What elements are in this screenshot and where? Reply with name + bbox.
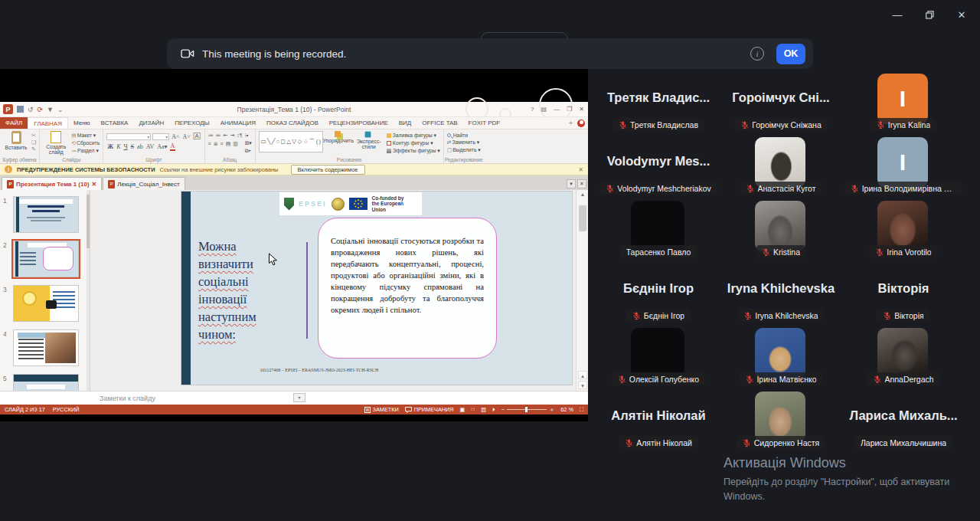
participant-tile[interactable]: Алятін НіколайАлятін Ніколай: [597, 388, 720, 452]
ribbon-tab-вид[interactable]: ВИД: [394, 117, 417, 129]
reading-view-button[interactable]: ▤: [481, 406, 486, 413]
current-slide[interactable]: EPSEI Co-funded by the European Union Мо…: [181, 192, 572, 385]
slide-title-text[interactable]: Можнавизначитисоціальніінноваціїнаступни…: [198, 238, 299, 343]
normal-view-button[interactable]: ▣: [460, 406, 466, 413]
shapes-gallery[interactable]: ▭╲╱○◻△ ▽◇☆⌒(): [259, 131, 323, 152]
participant-tile[interactable]: IIryna Kalina: [842, 70, 965, 134]
enable-content-button[interactable]: Включить содержимое: [291, 165, 365, 175]
participant-tile[interactable]: IІрина Володимирівна Лу...: [842, 134, 965, 198]
paste-button[interactable]: Вставить: [3, 131, 29, 156]
help-icon[interactable]: ?: [531, 106, 534, 113]
font-size-select[interactable]: ▾: [152, 133, 169, 140]
shape-fill-button[interactable]: Заливка фигуры ▾: [387, 133, 440, 139]
slide-thumbnail-1[interactable]: [13, 196, 79, 233]
close-button[interactable]: ✕: [951, 6, 972, 23]
notes-splitter-button[interactable]: ▾: [293, 393, 305, 402]
participant-tile[interactable]: Iryna KhilchevskaIryna Khilchevska: [720, 261, 842, 325]
slide-thumbnail-5[interactable]: [13, 374, 79, 391]
slide-thumbnail-row[interactable]: 2: [3, 241, 88, 277]
ppt-minimize-icon[interactable]: —: [554, 106, 560, 113]
participant-tile[interactable]: Бєднін ІгорБєднін Ігор: [597, 261, 720, 325]
decrease-indent-icon[interactable]: ⇤: [224, 133, 228, 139]
security-bar-close-icon[interactable]: ✕: [578, 166, 583, 173]
slide-thumbnail-row[interactable]: 1: [3, 196, 88, 233]
participant-tile[interactable]: Гороімчук Сні...Гороімчук Сніжана: [720, 70, 842, 134]
participant-tile[interactable]: Тарасенко Павло: [597, 198, 720, 261]
slide-text-box[interactable]: Соціальні інновації стосуються розробки …: [318, 218, 497, 359]
slide-thumbnail-2[interactable]: [13, 241, 79, 277]
document-tab[interactable]: PПрезентация Тема 1 (10)✕: [2, 177, 102, 190]
slide-thumbnail-row[interactable]: 4: [3, 329, 88, 366]
text-direction-icon[interactable]: ⫶▾: [245, 133, 252, 139]
notes-pane[interactable]: Заметки к слайду ▾: [0, 391, 588, 405]
italic-icon[interactable]: К: [116, 143, 121, 150]
format-painter-icon[interactable]: ✎: [31, 146, 36, 152]
slide-canvas[interactable]: EPSEI Co-funded by the European Union Мо…: [90, 190, 576, 391]
shape-effects-button[interactable]: Эффекты фигуры ▾: [387, 148, 440, 154]
font-color-icon[interactable]: А: [170, 143, 176, 151]
underline-icon[interactable]: Ч: [122, 143, 128, 150]
language-indicator[interactable]: РУССКИЙ: [53, 406, 80, 413]
grow-font-icon[interactable]: A˄: [171, 133, 180, 140]
restore-button[interactable]: [919, 6, 940, 23]
ribbon-tab-главная[interactable]: ГЛАВНАЯ: [28, 117, 68, 129]
strikethrough-icon[interactable]: S: [130, 143, 135, 150]
new-slide-button[interactable]: Создать слайд: [43, 131, 69, 156]
participant-tile[interactable]: Ірина Матвієнко: [720, 325, 842, 388]
columns-icon[interactable]: ▥: [233, 141, 238, 147]
participant-tile[interactable]: ВікторіяВікторія: [842, 261, 965, 325]
document-tab[interactable]: PЛекція_Соціал_Інвест: [103, 177, 185, 190]
ribbon-tab-показ-слайдов[interactable]: ПОКАЗ СЛАЙДОВ: [261, 117, 324, 129]
zoom-slider-thumb[interactable]: [525, 407, 528, 412]
zoom-out-icon[interactable]: −: [501, 406, 505, 413]
copy-icon[interactable]: ❏: [31, 139, 36, 145]
ribbon-tab-foxit-pdf[interactable]: FOXIT PDF: [463, 117, 506, 129]
arrange-button[interactable]: Упорядочить: [325, 131, 351, 156]
ribbon-tab-меню[interactable]: Меню: [68, 117, 96, 129]
replace-button[interactable]: ⇄Заменить ▾: [447, 139, 481, 146]
slide-sorter-button[interactable]: ∷: [471, 406, 475, 413]
numbering-icon[interactable]: ≕: [216, 133, 221, 139]
tab-close-icon[interactable]: ✕: [577, 179, 586, 188]
find-button[interactable]: Найти: [447, 133, 481, 138]
zoom-percent[interactable]: 62 %: [560, 406, 573, 413]
notes-toggle[interactable]: ЗАМЕТКИ: [364, 406, 399, 413]
align-left-icon[interactable]: ≡: [208, 141, 211, 147]
change-case-icon[interactable]: Aa▾: [156, 143, 168, 150]
shape-outline-button[interactable]: Контур фигуры ▾: [387, 140, 440, 146]
align-right-icon[interactable]: ≡: [220, 141, 224, 147]
increase-indent-icon[interactable]: ⇥: [230, 133, 234, 139]
scrollbar-thumb[interactable]: [579, 205, 586, 231]
previous-slide-button[interactable]: ▲: [578, 371, 587, 379]
comments-toggle[interactable]: ПРИМЕЧАНИЯ: [405, 406, 454, 413]
char-spacing-icon[interactable]: AV: [145, 143, 155, 150]
participant-tile[interactable]: Irina Vorotilo: [842, 198, 965, 261]
ribbon-tab-файл[interactable]: ФАЙЛ: [0, 117, 28, 129]
ribbon-tab-дизайн[interactable]: ДИЗАЙН: [133, 117, 169, 129]
zoom-slider[interactable]: − ＋: [501, 406, 555, 414]
ribbon-display-icon[interactable]: ▤: [541, 106, 547, 113]
bold-icon[interactable]: Ж: [106, 143, 114, 150]
layout-button[interactable]: ▤Макет ▾: [71, 133, 100, 139]
clear-format-icon[interactable]: 🄰: [193, 133, 201, 140]
slideshow-button[interactable]: ⏵: [492, 406, 495, 413]
participant-tile[interactable]: Анастасія Кугот: [720, 134, 842, 198]
select-button[interactable]: ▢Выделить ▾: [447, 147, 481, 153]
smartart-icon[interactable]: ⧉▾: [245, 148, 252, 154]
reset-button[interactable]: ⟲Сбросить: [71, 140, 100, 146]
next-slide-button[interactable]: ▼: [578, 381, 587, 389]
minimize-button[interactable]: —: [887, 6, 908, 23]
align-center-icon[interactable]: ≣: [214, 141, 218, 147]
scroll-up-icon[interactable]: ▲: [578, 190, 587, 199]
cut-icon[interactable]: ✂: [31, 133, 36, 138]
quick-styles-button[interactable]: Экспресс-стили: [354, 131, 384, 156]
ribbon-tab-переходы[interactable]: ПЕРЕХОДЫ: [169, 117, 214, 129]
participant-tile[interactable]: Третяк Владис...Третяк Владислав: [597, 70, 720, 134]
zoom-in-icon[interactable]: ＋: [549, 406, 554, 414]
slide-thumbnail-row[interactable]: 5: [3, 374, 88, 391]
fit-to-window-icon[interactable]: ⛶: [580, 406, 583, 413]
text-shadow-icon[interactable]: ab: [136, 143, 144, 150]
line-spacing-icon[interactable]: ↕¶: [237, 133, 242, 139]
align-text-icon[interactable]: ⊞▾: [245, 140, 252, 146]
slide-thumbnail-panel[interactable]: 12345: [0, 190, 90, 391]
